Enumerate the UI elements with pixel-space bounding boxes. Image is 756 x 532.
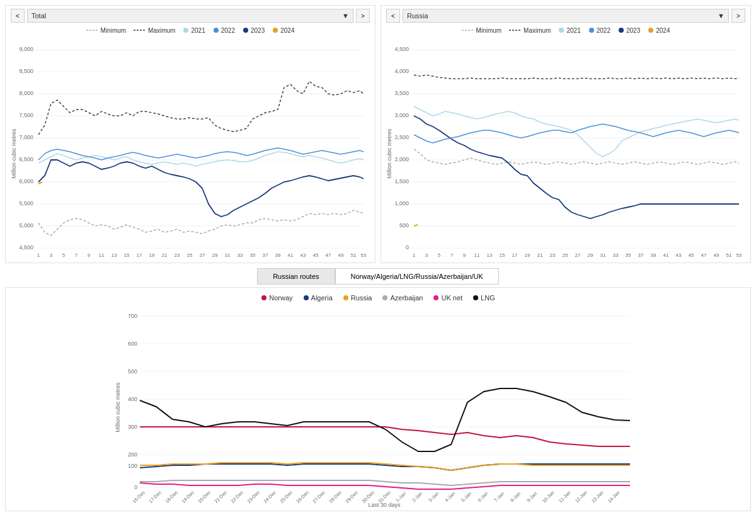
svg-point-110	[261, 295, 266, 300]
svg-text:10-Jan: 10-Jan	[541, 490, 556, 504]
left-prev-button[interactable]: <	[11, 9, 25, 23]
svg-text:27-Dec: 27-Dec	[311, 489, 326, 504]
svg-text:100: 100	[128, 463, 137, 469]
svg-text:500: 500	[128, 368, 137, 375]
svg-text:53: 53	[736, 252, 742, 258]
svg-point-2	[183, 28, 188, 33]
svg-text:1,500: 1,500	[394, 178, 409, 184]
svg-text:8,000: 8,000	[19, 90, 33, 96]
right-legend-minimum: Minimum	[462, 27, 502, 34]
svg-text:16-Dec: 16-Dec	[131, 489, 146, 504]
svg-text:Million cubic metres: Million cubic metres	[386, 128, 392, 179]
svg-text:7: 7	[450, 252, 454, 258]
svg-text:49: 49	[714, 252, 719, 258]
svg-text:2,000: 2,000	[394, 156, 409, 162]
svg-text:23: 23	[550, 252, 556, 258]
svg-text:23: 23	[175, 252, 180, 258]
legend-2023: 2023	[243, 27, 265, 34]
svg-text:0: 0	[134, 484, 137, 490]
svg-text:39: 39	[651, 252, 656, 258]
left-chart-title-dropdown[interactable]: Total ▼	[27, 9, 353, 23]
svg-text:11: 11	[99, 252, 105, 258]
svg-text:5,500: 5,500	[19, 200, 33, 207]
right-next-button[interactable]: >	[731, 9, 745, 23]
svg-text:45: 45	[689, 252, 694, 258]
svg-text:24-Dec: 24-Dec	[262, 489, 277, 504]
legend-2022: 2022	[213, 27, 235, 34]
left-next-button[interactable]: >	[356, 9, 370, 23]
right-legend-2024: 2024	[648, 27, 670, 34]
svg-text:21-Dec: 21-Dec	[213, 489, 228, 504]
svg-text:500: 500	[399, 222, 409, 229]
tab-russian-routes[interactable]: Russian routes	[257, 268, 335, 285]
svg-text:17: 17	[137, 252, 142, 258]
svg-text:21: 21	[162, 252, 168, 258]
svg-text:9-Jan: 9-Jan	[525, 490, 538, 503]
svg-text:20-Dec: 20-Dec	[197, 489, 212, 504]
svg-text:9: 9	[88, 252, 91, 258]
top-row: < Total ▼ > Minimum Maximum	[5, 5, 751, 263]
svg-text:35: 35	[626, 252, 631, 258]
svg-text:15: 15	[500, 252, 505, 258]
svg-text:11: 11	[474, 252, 480, 258]
svg-point-57	[559, 28, 564, 33]
svg-text:47: 47	[701, 252, 707, 258]
svg-text:53: 53	[361, 252, 367, 258]
svg-text:25: 25	[187, 252, 193, 258]
svg-text:14-Jan: 14-Jan	[607, 490, 621, 504]
svg-text:22-Dec: 22-Dec	[229, 489, 244, 504]
svg-text:13-Jan: 13-Jan	[590, 490, 605, 504]
svg-text:29-Dec: 29-Dec	[344, 489, 359, 504]
left-chart-title: Total	[32, 12, 46, 20]
right-legend-2021: 2021	[558, 27, 580, 34]
svg-text:600: 600	[128, 341, 137, 347]
svg-text:51: 51	[726, 252, 732, 258]
left-chart-area: 9,000 8,500 8,000 7,500 7,000 6,500 6,00…	[11, 37, 370, 259]
svg-text:3,000: 3,000	[394, 112, 409, 118]
right-chart-svg: 4,500 4,000 3,500 3,000 2,500 2,000 1,50…	[386, 37, 745, 258]
right-prev-button[interactable]: <	[386, 9, 400, 23]
svg-text:43: 43	[676, 252, 682, 258]
right-legend: Minimum Maximum 2021 2022 2023	[386, 23, 745, 37]
svg-text:300: 300	[128, 424, 137, 430]
svg-text:7,000: 7,000	[19, 134, 33, 140]
svg-text:29: 29	[588, 252, 593, 258]
svg-text:Million cubic metres: Million cubic metres	[115, 382, 121, 433]
svg-text:17-Dec: 17-Dec	[147, 489, 163, 504]
left-legend: Minimum Maximum 2021 2022 2023	[11, 23, 370, 37]
svg-text:26-Dec: 26-Dec	[295, 489, 310, 504]
svg-text:41: 41	[663, 252, 669, 258]
svg-text:700: 700	[128, 313, 137, 319]
left-dropdown-icon: ▼	[342, 12, 349, 20]
svg-point-60	[648, 28, 653, 33]
bottom-legend-uk-net: UK net	[433, 294, 462, 302]
right-legend-2023: 2023	[618, 27, 640, 34]
right-chart-title-dropdown[interactable]: Russia ▼	[403, 9, 729, 23]
legend-maximum: Maximum	[134, 27, 175, 34]
left-chart-panel: < Total ▼ > Minimum Maximum	[5, 5, 375, 263]
bottom-section: Russian routes Norway/Algeria/LNG/Russia…	[5, 268, 751, 511]
bottom-legend: Norway Algeria Russia Azerbaijan UK net	[11, 290, 745, 305]
svg-text:0: 0	[406, 244, 409, 251]
svg-text:28-Dec: 28-Dec	[328, 489, 343, 504]
svg-text:11-Jan: 11-Jan	[558, 490, 572, 504]
svg-text:27: 27	[575, 252, 581, 258]
svg-text:49: 49	[338, 252, 344, 258]
svg-text:12-Jan: 12-Jan	[574, 490, 588, 504]
svg-text:23-Dec: 23-Dec	[246, 489, 261, 504]
main-container: < Total ▼ > Minimum Maximum	[0, 0, 756, 532]
svg-text:19: 19	[525, 252, 530, 258]
svg-point-114	[433, 295, 438, 300]
svg-text:15: 15	[124, 252, 130, 258]
tab-norway-algeria[interactable]: Norway/Algeria/LNG/Russia/Azerbaijan/UK	[335, 268, 499, 285]
svg-text:3,500: 3,500	[394, 90, 409, 96]
svg-text:5: 5	[62, 252, 66, 258]
svg-text:4,500: 4,500	[19, 244, 33, 251]
bottom-chart-container: Norway Algeria Russia Azerbaijan UK net	[5, 287, 751, 511]
svg-point-111	[304, 295, 309, 300]
svg-text:9,000: 9,000	[19, 46, 33, 52]
bottom-legend-russia: Russia	[343, 294, 372, 302]
right-chart-area: 4,500 4,000 3,500 3,000 2,500 2,000 1,50…	[386, 37, 745, 259]
svg-text:45: 45	[313, 252, 319, 258]
svg-text:6-Jan: 6-Jan	[476, 490, 489, 503]
